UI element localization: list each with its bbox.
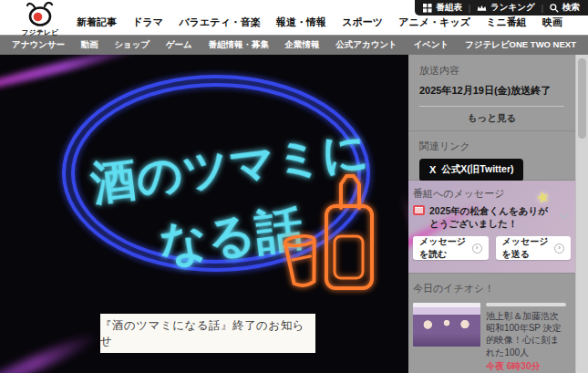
main-nav-item[interactable]: 報道・情報 bbox=[276, 16, 326, 29]
scrollbar-thumb[interactable] bbox=[578, 58, 586, 139]
main-nav: 新着記事ドラマバラエティ・音楽報道・情報スポーツアニメ・キッズミニ番組映画 bbox=[77, 16, 562, 29]
search-label: 検索 bbox=[562, 2, 580, 14]
featured-section: 今日のイチオシ！ 池上彰＆加藤浩次 昭和100年SP 決定的映像！心に刻まれた1… bbox=[408, 274, 575, 373]
main-nav-item[interactable]: アニメ・キッズ bbox=[398, 16, 470, 29]
ranking-button[interactable]: ランキング bbox=[477, 2, 535, 14]
main-nav-item[interactable]: バラエティ・音楽 bbox=[179, 16, 260, 29]
sub-nav-item[interactable]: ショップ bbox=[114, 39, 150, 51]
sub-nav-item[interactable]: 番組情報・募集 bbox=[208, 39, 269, 51]
fujitv-logo[interactable]: フジテレビ bbox=[15, 2, 66, 37]
main-nav-item[interactable]: スポーツ bbox=[342, 16, 383, 29]
search-button[interactable]: 検索 bbox=[550, 2, 580, 14]
featured-thumbnail bbox=[413, 303, 480, 347]
sub-nav: アナウンサー動画ショップゲーム番組情報・募集企業情報公式アカウントイベントフジテ… bbox=[0, 35, 588, 55]
circle-arrow-icon: › bbox=[554, 243, 564, 254]
message-section: ★ 番組へのメッセージ 2025年の松倉くんをありがとうございました！ メッセー… bbox=[408, 181, 575, 274]
envelope-icon bbox=[413, 205, 425, 215]
sub-nav-item[interactable]: 企業情報 bbox=[285, 39, 320, 51]
broadcast-section: 放送内容 2025年12月19日(金)放送終了 もっと見る bbox=[408, 55, 575, 131]
main-nav-item[interactable]: ドラマ bbox=[132, 16, 163, 29]
main-nav-item[interactable]: 映画 bbox=[542, 16, 562, 29]
more-link[interactable]: もっと見る bbox=[419, 107, 564, 125]
search-icon bbox=[550, 4, 559, 13]
utility-bar: 番組表 | ランキング | 検索 bbox=[415, 0, 588, 16]
latest-message-text: 2025年の松倉くんをありがとうございました！ bbox=[429, 204, 556, 230]
main-nav-item[interactable]: ミニ番組 bbox=[486, 16, 527, 29]
sub-nav-item[interactable]: イベント bbox=[413, 39, 449, 51]
send-message-button[interactable]: メッセージを送る › bbox=[496, 236, 572, 260]
divider bbox=[486, 303, 566, 306]
related-links-title: 関連リンク bbox=[419, 140, 564, 153]
official-x-button[interactable]: X 公式X(旧Twitter) bbox=[419, 159, 523, 181]
featured-item-title: 池上彰＆加藤浩次 昭和100年SP 決定的映像！心に刻まれた100人 bbox=[486, 310, 566, 358]
separator: | bbox=[542, 4, 543, 13]
send-message-label: メッセージを送る bbox=[502, 235, 555, 261]
broadcast-date: 2025年12月19日(金)放送終了 bbox=[419, 84, 564, 98]
official-x-label: 公式X(旧Twitter) bbox=[441, 163, 513, 176]
circle-arrow-icon: › bbox=[472, 243, 482, 254]
sub-nav-item[interactable]: フジテレビONE TWO NEXT bbox=[465, 39, 576, 51]
featured-item-time: 今夜 6時30分 bbox=[486, 360, 566, 373]
sub-nav-item[interactable]: 公式アカウント bbox=[335, 39, 397, 51]
featured-item[interactable]: 池上彰＆加藤浩次 昭和100年SP 決定的映像！心に刻まれた100人 今夜 6時… bbox=[413, 303, 566, 373]
schedule-label: 番組表 bbox=[436, 2, 462, 14]
fujitv-eye-logo-icon bbox=[22, 2, 58, 26]
schedule-button[interactable]: 番組表 bbox=[423, 2, 462, 14]
ranking-label: ランキング bbox=[490, 2, 535, 14]
scrollbar-track[interactable] bbox=[575, 55, 588, 373]
crown-icon bbox=[477, 4, 487, 12]
separator: | bbox=[469, 4, 470, 13]
read-message-label: メッセージを読む bbox=[419, 235, 472, 261]
sub-nav-item[interactable]: 動画 bbox=[81, 39, 98, 51]
hero-key-visual: 酒のツマミに なる話 『酒のツマミになる話』終了のお知らせ bbox=[0, 55, 408, 373]
message-buttons: メッセージを読む › メッセージを送る › bbox=[413, 236, 571, 260]
site-header: フジテレビ 新着記事ドラマバラエティ・音楽報道・情報スポーツアニメ・キッズミニ番… bbox=[0, 0, 588, 35]
neon-title-line1: 酒のツマミに bbox=[88, 125, 371, 210]
fujitv-logo-text: フジテレビ bbox=[15, 28, 66, 37]
latest-message-row[interactable]: 2025年の松倉くんをありがとうございました！ bbox=[413, 204, 571, 230]
fujitv-program-page: フジテレビ 新着記事ドラマバラエティ・音楽報道・情報スポーツアニメ・キッズミニ番… bbox=[0, 0, 588, 373]
sidebar: 放送内容 2025年12月19日(金)放送終了 もっと見る 関連リンク X 公式… bbox=[408, 55, 575, 373]
sub-nav-item[interactable]: ゲーム bbox=[166, 39, 192, 51]
chevron-down-icon[interactable] bbox=[560, 211, 569, 220]
grid-icon bbox=[423, 4, 432, 13]
related-links-section: 関連リンク X 公式X(旧Twitter) bbox=[408, 131, 575, 181]
read-message-button[interactable]: メッセージを読む › bbox=[413, 236, 489, 260]
featured-section-title: 今日のイチオシ！ bbox=[413, 282, 566, 295]
main-nav-item[interactable]: 新着記事 bbox=[77, 16, 117, 29]
x-logo-icon: X bbox=[429, 165, 436, 175]
broadcast-section-title: 放送内容 bbox=[419, 64, 564, 78]
neon-sign-graphic: 酒のツマミに なる話 bbox=[0, 55, 408, 328]
sub-nav-item[interactable]: アナウンサー bbox=[12, 39, 65, 51]
purple-light-streak bbox=[0, 328, 102, 373]
end-announcement-banner[interactable]: 『酒のツマミになる話』終了のお知らせ bbox=[100, 314, 315, 353]
